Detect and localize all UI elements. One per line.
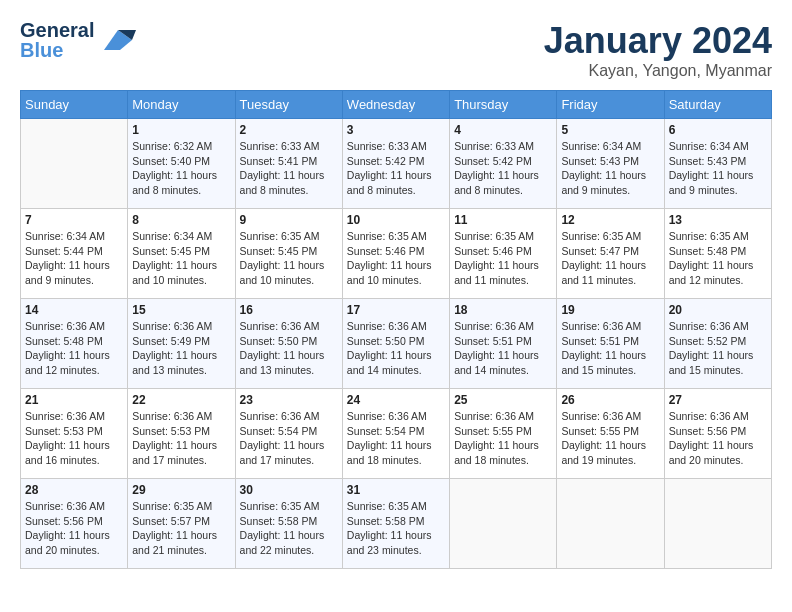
calendar-cell: 16Sunrise: 6:36 AMSunset: 5:50 PMDayligh… xyxy=(235,299,342,389)
calendar-cell: 17Sunrise: 6:36 AMSunset: 5:50 PMDayligh… xyxy=(342,299,449,389)
location: Kayan, Yangon, Myanmar xyxy=(544,62,772,80)
day-number: 27 xyxy=(669,393,767,407)
day-detail: Sunrise: 6:36 AMSunset: 5:54 PMDaylight:… xyxy=(240,409,338,468)
calendar-cell: 30Sunrise: 6:35 AMSunset: 5:58 PMDayligh… xyxy=(235,479,342,569)
calendar-cell xyxy=(450,479,557,569)
day-detail: Sunrise: 6:32 AMSunset: 5:40 PMDaylight:… xyxy=(132,139,230,198)
day-number: 28 xyxy=(25,483,123,497)
calendar-cell: 11Sunrise: 6:35 AMSunset: 5:46 PMDayligh… xyxy=(450,209,557,299)
calendar-cell: 7Sunrise: 6:34 AMSunset: 5:44 PMDaylight… xyxy=(21,209,128,299)
weekday-header: Thursday xyxy=(450,91,557,119)
day-detail: Sunrise: 6:35 AMSunset: 5:48 PMDaylight:… xyxy=(669,229,767,288)
day-number: 15 xyxy=(132,303,230,317)
calendar-cell: 24Sunrise: 6:36 AMSunset: 5:54 PMDayligh… xyxy=(342,389,449,479)
calendar-cell: 19Sunrise: 6:36 AMSunset: 5:51 PMDayligh… xyxy=(557,299,664,389)
weekday-header: Friday xyxy=(557,91,664,119)
day-number: 14 xyxy=(25,303,123,317)
day-number: 13 xyxy=(669,213,767,227)
calendar-cell: 27Sunrise: 6:36 AMSunset: 5:56 PMDayligh… xyxy=(664,389,771,479)
day-number: 31 xyxy=(347,483,445,497)
day-detail: Sunrise: 6:35 AMSunset: 5:46 PMDaylight:… xyxy=(454,229,552,288)
day-detail: Sunrise: 6:34 AMSunset: 5:45 PMDaylight:… xyxy=(132,229,230,288)
day-detail: Sunrise: 6:35 AMSunset: 5:57 PMDaylight:… xyxy=(132,499,230,558)
weekday-header: Monday xyxy=(128,91,235,119)
day-detail: Sunrise: 6:33 AMSunset: 5:42 PMDaylight:… xyxy=(454,139,552,198)
calendar-cell: 3Sunrise: 6:33 AMSunset: 5:42 PMDaylight… xyxy=(342,119,449,209)
day-detail: Sunrise: 6:34 AMSunset: 5:44 PMDaylight:… xyxy=(25,229,123,288)
logo: General Blue xyxy=(20,20,136,60)
calendar-header-row: SundayMondayTuesdayWednesdayThursdayFrid… xyxy=(21,91,772,119)
day-detail: Sunrise: 6:36 AMSunset: 5:51 PMDaylight:… xyxy=(561,319,659,378)
day-detail: Sunrise: 6:35 AMSunset: 5:58 PMDaylight:… xyxy=(240,499,338,558)
day-detail: Sunrise: 6:35 AMSunset: 5:58 PMDaylight:… xyxy=(347,499,445,558)
day-detail: Sunrise: 6:33 AMSunset: 5:42 PMDaylight:… xyxy=(347,139,445,198)
day-number: 20 xyxy=(669,303,767,317)
calendar-week-row: 1Sunrise: 6:32 AMSunset: 5:40 PMDaylight… xyxy=(21,119,772,209)
day-detail: Sunrise: 6:36 AMSunset: 5:56 PMDaylight:… xyxy=(25,499,123,558)
logo-blue: Blue xyxy=(20,40,94,60)
day-number: 24 xyxy=(347,393,445,407)
day-detail: Sunrise: 6:36 AMSunset: 5:51 PMDaylight:… xyxy=(454,319,552,378)
calendar-cell: 22Sunrise: 6:36 AMSunset: 5:53 PMDayligh… xyxy=(128,389,235,479)
day-detail: Sunrise: 6:34 AMSunset: 5:43 PMDaylight:… xyxy=(561,139,659,198)
day-number: 10 xyxy=(347,213,445,227)
calendar-cell: 15Sunrise: 6:36 AMSunset: 5:49 PMDayligh… xyxy=(128,299,235,389)
day-detail: Sunrise: 6:36 AMSunset: 5:56 PMDaylight:… xyxy=(669,409,767,468)
day-number: 1 xyxy=(132,123,230,137)
weekday-header: Saturday xyxy=(664,91,771,119)
day-number: 7 xyxy=(25,213,123,227)
calendar-cell xyxy=(664,479,771,569)
weekday-header: Wednesday xyxy=(342,91,449,119)
day-number: 6 xyxy=(669,123,767,137)
calendar-week-row: 14Sunrise: 6:36 AMSunset: 5:48 PMDayligh… xyxy=(21,299,772,389)
day-number: 2 xyxy=(240,123,338,137)
month-title: January 2024 xyxy=(544,20,772,62)
calendar-cell: 28Sunrise: 6:36 AMSunset: 5:56 PMDayligh… xyxy=(21,479,128,569)
day-number: 25 xyxy=(454,393,552,407)
day-detail: Sunrise: 6:35 AMSunset: 5:46 PMDaylight:… xyxy=(347,229,445,288)
calendar-cell: 20Sunrise: 6:36 AMSunset: 5:52 PMDayligh… xyxy=(664,299,771,389)
calendar-cell: 8Sunrise: 6:34 AMSunset: 5:45 PMDaylight… xyxy=(128,209,235,299)
calendar-cell: 2Sunrise: 6:33 AMSunset: 5:41 PMDaylight… xyxy=(235,119,342,209)
day-number: 29 xyxy=(132,483,230,497)
day-number: 9 xyxy=(240,213,338,227)
calendar-cell: 21Sunrise: 6:36 AMSunset: 5:53 PMDayligh… xyxy=(21,389,128,479)
calendar-cell: 29Sunrise: 6:35 AMSunset: 5:57 PMDayligh… xyxy=(128,479,235,569)
weekday-header: Tuesday xyxy=(235,91,342,119)
calendar-cell: 25Sunrise: 6:36 AMSunset: 5:55 PMDayligh… xyxy=(450,389,557,479)
day-number: 3 xyxy=(347,123,445,137)
day-number: 4 xyxy=(454,123,552,137)
calendar-cell: 13Sunrise: 6:35 AMSunset: 5:48 PMDayligh… xyxy=(664,209,771,299)
calendar-cell: 5Sunrise: 6:34 AMSunset: 5:43 PMDaylight… xyxy=(557,119,664,209)
day-number: 12 xyxy=(561,213,659,227)
calendar-cell: 18Sunrise: 6:36 AMSunset: 5:51 PMDayligh… xyxy=(450,299,557,389)
calendar-cell: 23Sunrise: 6:36 AMSunset: 5:54 PMDayligh… xyxy=(235,389,342,479)
day-detail: Sunrise: 6:36 AMSunset: 5:50 PMDaylight:… xyxy=(240,319,338,378)
calendar-cell: 26Sunrise: 6:36 AMSunset: 5:55 PMDayligh… xyxy=(557,389,664,479)
calendar-cell xyxy=(21,119,128,209)
logo-general: General xyxy=(20,20,94,40)
calendar-cell xyxy=(557,479,664,569)
day-number: 21 xyxy=(25,393,123,407)
day-number: 19 xyxy=(561,303,659,317)
calendar-week-row: 7Sunrise: 6:34 AMSunset: 5:44 PMDaylight… xyxy=(21,209,772,299)
day-detail: Sunrise: 6:34 AMSunset: 5:43 PMDaylight:… xyxy=(669,139,767,198)
day-number: 22 xyxy=(132,393,230,407)
calendar-cell: 12Sunrise: 6:35 AMSunset: 5:47 PMDayligh… xyxy=(557,209,664,299)
day-number: 16 xyxy=(240,303,338,317)
calendar-cell: 4Sunrise: 6:33 AMSunset: 5:42 PMDaylight… xyxy=(450,119,557,209)
day-number: 17 xyxy=(347,303,445,317)
day-number: 5 xyxy=(561,123,659,137)
day-detail: Sunrise: 6:36 AMSunset: 5:49 PMDaylight:… xyxy=(132,319,230,378)
day-detail: Sunrise: 6:36 AMSunset: 5:50 PMDaylight:… xyxy=(347,319,445,378)
calendar-cell: 14Sunrise: 6:36 AMSunset: 5:48 PMDayligh… xyxy=(21,299,128,389)
page-header: General Blue January 2024 Kayan, Yangon,… xyxy=(20,20,772,80)
calendar-cell: 6Sunrise: 6:34 AMSunset: 5:43 PMDaylight… xyxy=(664,119,771,209)
calendar-cell: 9Sunrise: 6:35 AMSunset: 5:45 PMDaylight… xyxy=(235,209,342,299)
calendar-cell: 10Sunrise: 6:35 AMSunset: 5:46 PMDayligh… xyxy=(342,209,449,299)
day-detail: Sunrise: 6:35 AMSunset: 5:45 PMDaylight:… xyxy=(240,229,338,288)
day-number: 11 xyxy=(454,213,552,227)
calendar-cell: 31Sunrise: 6:35 AMSunset: 5:58 PMDayligh… xyxy=(342,479,449,569)
weekday-header: Sunday xyxy=(21,91,128,119)
logo-icon xyxy=(100,26,136,54)
